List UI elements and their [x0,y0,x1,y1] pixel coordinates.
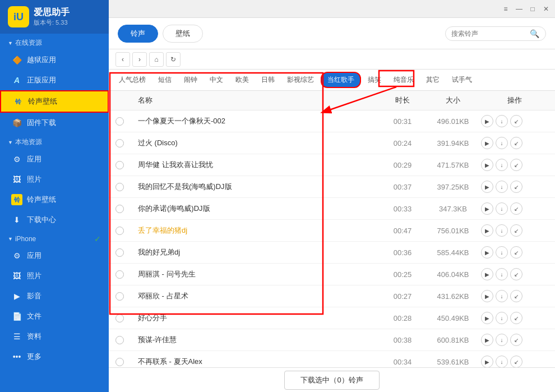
download-btn-9[interactable]: ↓ [496,312,508,324]
download-btn-0[interactable]: ↓ [496,115,508,127]
table-row: 我的回忆不是我(海鸣威)DJ版 00:37 397.25KB ▶ ↓ ↙ [109,176,555,198]
download-btn-4[interactable]: ↓ [496,202,508,215]
play-btn-10[interactable]: ▶ [481,334,493,346]
minimize-button[interactable]: — [515,4,524,13]
home-button[interactable]: ⌂ [149,52,164,67]
sidebar-item-local-photos[interactable]: 🖼 照片 [0,169,109,190]
set-btn-6[interactable]: ↙ [510,246,522,259]
downloads-icon: ⬇ [11,214,22,225]
sidebar-item-downloads[interactable]: ⬇ 下载中心 [0,210,109,230]
download-selected-button[interactable]: 下载选中（0）铃声 [284,371,379,390]
search-icon[interactable]: 🔍 [530,29,539,38]
play-btn-4[interactable]: ▶ [481,202,493,215]
refresh-button[interactable]: ↻ [166,52,181,67]
search-box: 🔍 [445,26,546,41]
play-btn-5[interactable]: ▶ [481,224,493,237]
local-apps-icon: ⚙ [11,154,22,165]
search-input[interactable] [451,30,530,38]
download-btn-2[interactable]: ↓ [496,159,508,171]
set-btn-3[interactable]: ↙ [510,181,522,193]
set-btn-7[interactable]: ↙ [510,268,522,280]
sidebar-item-iphone-info[interactable]: ☰ 资料 [0,326,109,347]
col-size: 大小 [425,95,481,105]
sidebar-item-iphone-files[interactable]: 📄 文件 [0,306,109,326]
menu-icon[interactable]: ≡ [501,4,510,13]
song-size-2: 471.57KB [425,161,481,169]
cat-funny[interactable]: 闹钟 [178,73,203,87]
play-btn-6[interactable]: ▶ [481,246,493,259]
set-btn-0[interactable]: ↙ [510,115,522,127]
cat-jokes[interactable]: 搞笑 [362,73,387,87]
cat-other[interactable]: 其它 [420,73,445,87]
row-radio-2[interactable] [115,161,138,169]
download-btn-8[interactable]: ↓ [496,290,508,302]
sidebar-item-official[interactable]: A 正版应用 [0,70,109,90]
cat-pure[interactable]: 纯音乐 [388,73,419,87]
play-btn-9[interactable]: ▶ [481,312,493,324]
ringtone-tab[interactable]: 铃声 [118,25,158,43]
play-btn-1[interactable]: ▶ [481,137,493,149]
cat-chinese[interactable]: 中文 [204,73,229,87]
row-radio-1[interactable] [115,139,138,147]
set-btn-4[interactable]: ↙ [510,202,522,215]
play-btn-11[interactable]: ▶ [481,356,493,367]
song-duration-5: 00:47 [380,227,425,235]
row-radio-6[interactable] [115,248,138,257]
wallpaper-tab[interactable]: 壁纸 [163,25,203,43]
download-btn-5[interactable]: ↓ [496,224,508,237]
set-btn-9[interactable]: ↙ [510,312,522,324]
row-radio-11[interactable] [115,358,138,366]
play-btn-3[interactable]: ▶ [481,181,493,193]
sidebar-item-iphone-more[interactable]: ••• 更多 [0,347,109,367]
set-btn-5[interactable]: ↙ [510,224,522,237]
play-btn-8[interactable]: ▶ [481,290,493,302]
cat-korean[interactable]: 日韩 [256,73,280,87]
sidebar-item-iphone-media[interactable]: ▶ 影音 [0,286,109,306]
download-btn-11[interactable]: ↓ [496,356,508,367]
download-btn-1[interactable]: ↓ [496,137,508,149]
set-btn-2[interactable]: ↙ [510,159,522,171]
row-radio-7[interactable] [115,270,138,279]
category-bar: 人气总榜 短信 闹钟 中文 欧美 日韩 影视综艺 当红歌手 搞笑 纯音乐 其它 … [109,70,555,91]
sidebar-item-iphone-photos[interactable]: 🖼 照片 [0,266,109,286]
song-name-3: 我的回忆不是我(海鸣威)DJ版 [138,182,380,192]
set-btn-1[interactable]: ↙ [510,137,522,149]
download-btn-6[interactable]: ↓ [496,246,508,259]
row-radio-5[interactable] [115,227,138,235]
download-btn-10[interactable]: ↓ [496,334,508,346]
row-actions-3: ▶ ↓ ↙ [481,181,548,193]
cat-variety[interactable]: 影视综艺 [281,73,320,87]
cat-hot-singer[interactable]: 当红歌手 [321,72,361,88]
cat-popular[interactable]: 人气总榜 [113,73,151,87]
sidebar-item-local-ringtones[interactable]: 铃 铃声壁纸 [0,190,109,210]
set-btn-11[interactable]: ↙ [510,356,522,367]
cat-trial[interactable]: 试手气 [446,73,478,87]
set-btn-8[interactable]: ↙ [510,290,522,302]
cat-sms[interactable]: 短信 [152,73,177,87]
download-btn-3[interactable]: ↓ [496,181,508,193]
row-radio-8[interactable] [115,292,138,301]
row-radio-9[interactable] [115,314,138,322]
row-radio-10[interactable] [115,336,138,344]
song-size-5: 756.01KB [425,227,481,235]
sidebar-item-firmware[interactable]: 📦 固件下载 [0,113,109,133]
song-duration-8: 00:27 [380,292,425,301]
maximize-button[interactable]: □ [528,4,537,13]
row-radio-0[interactable] [115,117,138,126]
close-button[interactable]: ✕ [542,4,551,13]
sidebar-item-local-apps[interactable]: ⚙ 应用 [0,149,109,169]
set-btn-10[interactable]: ↙ [510,334,522,346]
back-button[interactable]: ‹ [115,52,130,67]
cat-western[interactable]: 欧美 [230,73,255,87]
row-radio-3[interactable] [115,183,138,191]
download-btn-7[interactable]: ↓ [496,268,508,280]
sidebar-item-jailbreak[interactable]: 🔶 越狱应用 [0,50,109,70]
forward-button[interactable]: › [132,52,147,67]
play-btn-2[interactable]: ▶ [481,159,493,171]
sidebar-item-ringtone[interactable]: 铃 铃声壁纸 [0,90,109,113]
play-btn-0[interactable]: ▶ [481,115,493,127]
play-btn-7[interactable]: ▶ [481,268,493,280]
app-version: 版本号: 5.33 [34,19,70,27]
row-radio-4[interactable] [115,205,138,213]
sidebar-item-iphone-apps[interactable]: ⚙ 应用 [0,246,109,266]
